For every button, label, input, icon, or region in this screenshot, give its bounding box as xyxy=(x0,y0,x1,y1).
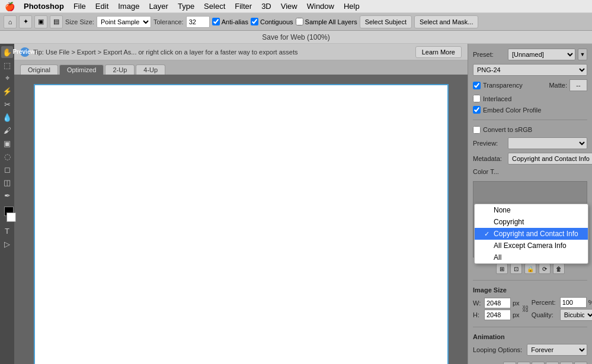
dropdown-item-all-except[interactable]: All Except Camera Info xyxy=(475,240,588,252)
tool-history[interactable]: ◌ xyxy=(1,150,13,162)
dropdown-item-none[interactable]: None xyxy=(475,204,588,216)
matte-box[interactable]: -- xyxy=(569,79,587,91)
contiguous-checkbox[interactable] xyxy=(251,18,258,25)
dropdown-item-all[interactable]: All xyxy=(475,252,588,263)
width-label: W: xyxy=(473,299,482,307)
tool-eraser[interactable]: ◻ xyxy=(1,163,13,175)
width-input[interactable] xyxy=(484,298,511,308)
preview-btn-4[interactable]: ⟳ xyxy=(539,263,551,274)
tool-brush[interactable]: 🖌 xyxy=(1,124,13,136)
learn-more-button[interactable]: Learn More xyxy=(415,46,462,58)
menubar-photoshop[interactable]: Photoshop xyxy=(20,1,68,12)
tool-marquee[interactable]: ⬚ xyxy=(1,59,13,71)
tab-4up[interactable]: 4-Up xyxy=(136,65,165,75)
tool-gradient[interactable]: ◫ xyxy=(1,176,13,188)
info-bar: Preview: Tip: Use File > Export > Export… xyxy=(14,44,468,60)
metadata-select[interactable]: Copyright and Contact Info xyxy=(508,153,592,165)
width-row: W: px xyxy=(473,298,520,308)
menubar-edit[interactable]: Edit xyxy=(91,1,113,12)
play-button[interactable]: ▶ xyxy=(546,362,559,364)
metadata-label: Metadata: xyxy=(473,155,505,162)
tool-icon-2[interactable]: ▣ xyxy=(34,15,47,28)
tab-original[interactable]: Original xyxy=(20,65,58,75)
animation-label: Animation xyxy=(473,333,587,340)
title-bar: Save for Web (100%) xyxy=(0,31,592,44)
embed-color-checkbox[interactable] xyxy=(473,106,481,114)
main-layout: ✋ ⬚ ⌖ ⚡ ✂ 💧 🖌 ▣ ◌ ◻ ◫ ✒ T ▷ Preview: Tip… xyxy=(0,44,592,364)
quality-select[interactable]: Bicubic xyxy=(560,309,592,321)
tool-lasso[interactable]: ⌖ xyxy=(1,72,13,84)
menubar-help[interactable]: Help xyxy=(340,1,364,12)
preset-label: Preset: xyxy=(473,51,505,58)
prev-frame-button[interactable]: ◀ xyxy=(517,362,530,364)
next-frame-button[interactable]: ▶▶ xyxy=(560,362,573,364)
convert-srgb-label: Convert to sRGB xyxy=(483,126,532,133)
menubar: 🍎 Photoshop File Edit Image Layer Type S… xyxy=(0,0,592,13)
tool-icon-1[interactable]: ✦ xyxy=(19,15,32,28)
size-select[interactable]: Point Sample xyxy=(97,16,151,28)
transparency-label: Transparency xyxy=(483,82,523,89)
tool-eyedrop[interactable]: 💧 xyxy=(1,111,13,123)
metadata-dropdown: None Copyright ✓ Copyright and Contact I… xyxy=(474,204,588,264)
preset-select[interactable]: [Unnamed] xyxy=(508,49,575,60)
chain-icon: ⛓ xyxy=(522,302,529,316)
skip-start-button[interactable]: ⏮ xyxy=(503,362,516,364)
tool-shape[interactable]: ▷ xyxy=(1,238,13,250)
select-subject-button[interactable]: Select Subject xyxy=(360,15,412,28)
preview-btn-2[interactable]: ⊡ xyxy=(510,263,522,274)
percent-input[interactable] xyxy=(560,297,587,308)
convert-srgb-checkbox[interactable] xyxy=(473,126,481,134)
menubar-view[interactable]: View xyxy=(277,1,302,12)
dropdown-item-copyright-contact[interactable]: ✓ Copyright and Contact Info xyxy=(475,228,588,240)
preview-select[interactable] xyxy=(508,137,587,149)
skip-end-button[interactable]: ⏭ xyxy=(574,362,587,364)
looping-select[interactable]: Forever xyxy=(527,344,587,356)
menubar-layer[interactable]: Layer xyxy=(145,1,172,12)
menubar-image[interactable]: Image xyxy=(114,1,143,12)
apple-menu[interactable]: 🍎 xyxy=(5,2,15,11)
tool-crop[interactable]: ✂ xyxy=(1,98,13,110)
preview-btn-1[interactable]: ⊞ xyxy=(496,263,508,274)
canvas-area[interactable] xyxy=(14,75,468,364)
anti-alias-group: Anti-alias xyxy=(212,18,248,25)
format-select[interactable]: PNG-24 xyxy=(473,64,587,76)
anti-alias-checkbox[interactable] xyxy=(212,18,220,25)
dropdown-item-copyright[interactable]: Copyright xyxy=(475,216,588,228)
copyright-contact-check: ✓ xyxy=(484,230,490,238)
menubar-file[interactable]: File xyxy=(69,1,90,12)
menubar-type[interactable]: Type xyxy=(174,1,199,12)
menubar-window[interactable]: Window xyxy=(303,1,338,12)
tolerance-input[interactable] xyxy=(186,16,210,28)
menubar-filter[interactable]: Filter xyxy=(231,1,256,12)
interlaced-checkbox[interactable] xyxy=(473,95,481,102)
tool-pen[interactable]: ✒ xyxy=(1,189,13,201)
tool-magic[interactable]: ⚡ xyxy=(1,85,13,97)
sample-all-checkbox[interactable] xyxy=(296,18,303,25)
preview-btn-3[interactable]: 🔒 xyxy=(524,263,536,274)
contiguous-label: Contiguous xyxy=(260,18,293,25)
tolerance-label: Tolerance: xyxy=(153,18,184,25)
copyright-label: Copyright xyxy=(494,218,524,226)
stop-button[interactable]: ■ xyxy=(532,362,545,364)
menubar-select[interactable]: Select xyxy=(200,1,229,12)
divider-2 xyxy=(473,280,587,281)
tool-type[interactable]: T xyxy=(1,225,13,237)
tab-2up[interactable]: 2-Up xyxy=(105,65,135,75)
color-table-label: Color T... xyxy=(473,168,505,175)
percent-row: Percent: % xyxy=(532,297,592,308)
menubar-3d[interactable]: 3D xyxy=(257,1,276,12)
select-mask-button[interactable]: Select and Mask... xyxy=(414,15,479,28)
preview-btn-5[interactable]: 🗑 xyxy=(553,263,565,274)
home-icon[interactable]: ⌂ xyxy=(4,15,17,28)
matte-label: Matte: xyxy=(549,82,567,89)
convert-srgb-row: Convert to sRGB xyxy=(473,126,587,134)
tool-move[interactable]: ✋ xyxy=(1,46,13,58)
background-color[interactable] xyxy=(7,212,16,222)
tool-icon-3[interactable]: ▤ xyxy=(50,15,63,28)
height-input[interactable] xyxy=(484,310,511,320)
preview-label: Preview: xyxy=(473,140,505,147)
transparency-checkbox[interactable] xyxy=(473,82,481,89)
tab-optimized[interactable]: Optimized xyxy=(59,65,104,75)
preset-menu-button[interactable]: ▼ xyxy=(578,49,587,60)
tool-stamp[interactable]: ▣ xyxy=(1,137,13,149)
